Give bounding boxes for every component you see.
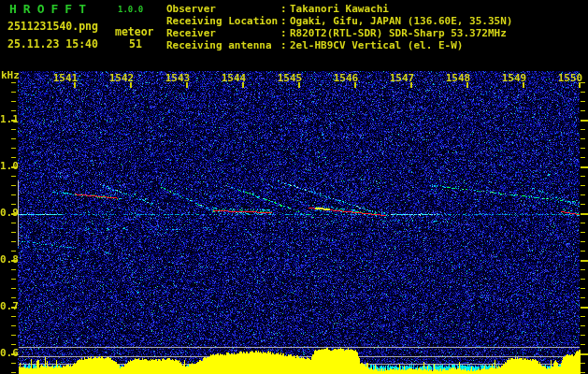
x-tick-label: 1549 <box>502 72 527 84</box>
spectrogram-canvas <box>0 0 588 374</box>
info-label: Receiving antenna <box>166 39 280 51</box>
x-tick-label: 1550 <box>558 72 583 84</box>
output-filename: 2511231540.png <box>7 20 98 33</box>
y-axis-unit-label: kHz <box>1 69 20 81</box>
x-tick-label: 1541 <box>53 72 79 84</box>
hrofft-screen: HROFFT 1.0.0 2511231540.png meteor 25.11… <box>0 0 588 374</box>
x-tick-label: 1548 <box>446 72 471 84</box>
x-tick-label: 1544 <box>222 72 247 84</box>
info-row-observer: Observer:Takanori Kawachi <box>166 3 389 15</box>
info-value: Takanori Kawachi <box>290 3 389 15</box>
app-title: HROFFT <box>9 2 93 16</box>
info-value: 2el-HB9CV Vertical (el. E-W) <box>290 39 463 51</box>
x-tick-label: 1542 <box>109 72 135 84</box>
timestamp: 25.11.23 15:40 <box>7 37 98 50</box>
y-tick-label: 1.0 <box>0 160 19 172</box>
info-separator: : <box>280 39 290 51</box>
info-label: Receiver <box>166 27 280 39</box>
x-tick-label: 1547 <box>390 72 415 84</box>
info-separator: : <box>280 15 290 27</box>
info-row-receiver: Receiver:R820T2(RTL-SDR) SDR-Sharp 53.37… <box>166 27 507 39</box>
y-tick-label: 0.6 <box>0 347 19 359</box>
info-separator: : <box>280 3 290 15</box>
info-row-location: Receiving Location:Ogaki, Gifu, JAPAN (1… <box>166 15 512 27</box>
y-tick-label: 0.9 <box>0 207 19 219</box>
info-separator: : <box>280 27 290 39</box>
info-label: Observer <box>166 3 280 15</box>
info-label: Receiving Location <box>166 15 280 27</box>
echo-count: 51 <box>129 37 142 50</box>
observation-mode: meteor <box>115 25 154 38</box>
x-tick-label: 1545 <box>278 72 303 84</box>
info-value: Ogaki, Gifu, JAPAN (136.60E, 35.35N) <box>290 15 512 27</box>
info-value: R820T2(RTL-SDR) SDR-Sharp 53.372MHz <box>290 27 507 39</box>
info-row-antenna: Receiving antenna:2el-HB9CV Vertical (el… <box>166 39 463 51</box>
x-tick-label: 1546 <box>334 72 359 84</box>
x-tick-label: 1543 <box>165 72 191 84</box>
y-tick-label: 1.1 <box>0 113 19 125</box>
y-tick-label: 0.8 <box>0 253 19 266</box>
y-tick-label: 0.7 <box>0 300 19 312</box>
app-version: 1.0.0 <box>118 5 143 14</box>
